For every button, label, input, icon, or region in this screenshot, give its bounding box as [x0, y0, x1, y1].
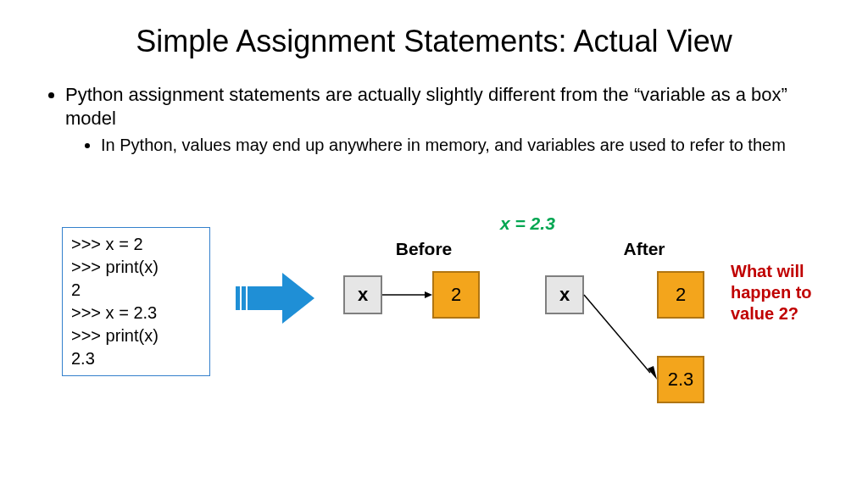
- code-line: 2.3: [71, 347, 201, 370]
- svg-marker-5: [648, 366, 657, 380]
- code-line: >>> print(x): [71, 324, 201, 347]
- before-arrow: [382, 286, 432, 303]
- svg-rect-0: [236, 286, 240, 310]
- after-val1-box: 2: [657, 271, 704, 319]
- svg-marker-3: [425, 291, 432, 298]
- question-text: What will happen to value 2?: [731, 261, 832, 324]
- before-val-box: 2: [432, 271, 480, 319]
- bullet-list: Python assignment statements are actuall…: [47, 83, 821, 156]
- arrow-icon: [236, 271, 316, 329]
- code-line: >>> x = 2: [71, 233, 201, 256]
- bullet-sub: In Python, values may end up anywhere in…: [101, 135, 821, 156]
- after-val2-box: 2.3: [657, 356, 704, 403]
- svg-line-4: [584, 295, 650, 373]
- slide-title: Simple Assignment Statements: Actual Vie…: [0, 0, 868, 59]
- code-line: 2: [71, 279, 201, 302]
- code-example: >>> x = 2 >>> print(x) 2 >>> x = 2.3 >>>…: [62, 227, 210, 376]
- before-label: Before: [381, 239, 466, 259]
- code-line: >>> print(x): [71, 256, 201, 279]
- after-var-box: x: [545, 275, 584, 314]
- bullet-main: Python assignment statements are actuall…: [65, 83, 821, 130]
- after-arrow: [584, 295, 660, 388]
- svg-rect-1: [242, 286, 246, 310]
- assignment-text: x = 2.3: [500, 214, 555, 234]
- after-label: After: [602, 239, 687, 259]
- code-line: >>> x = 2.3: [71, 302, 201, 324]
- before-var-box: x: [343, 275, 382, 314]
